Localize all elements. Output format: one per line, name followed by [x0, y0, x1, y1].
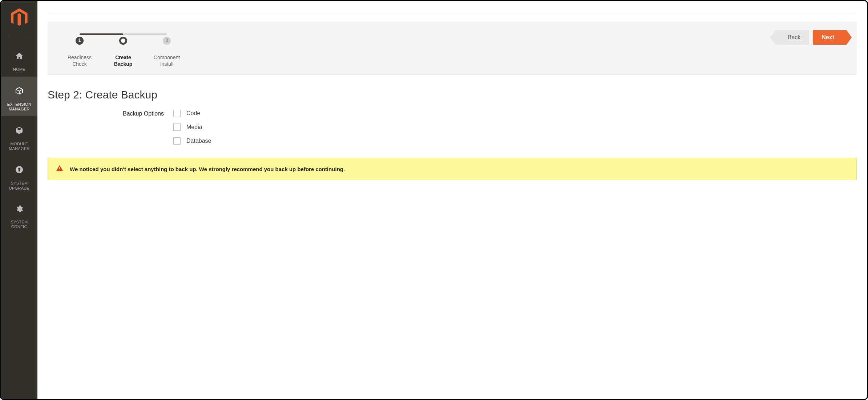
sidebar-item-system-config[interactable]: SYSTEM CONFIG: [1, 195, 37, 234]
database-checkbox[interactable]: [173, 137, 181, 145]
home-icon: [3, 52, 36, 60]
top-divider: [48, 13, 857, 13]
code-checkbox[interactable]: [173, 110, 181, 117]
sidebar-item-system-upgrade[interactable]: SYSTEM UPGRADE: [1, 155, 37, 195]
upgrade-arrow-icon: [3, 165, 36, 174]
checkbox-label[interactable]: Code: [186, 110, 200, 117]
wizard-step-component-install[interactable]: 3 Component Install: [145, 30, 189, 67]
package-icon: [3, 86, 36, 95]
warning-triangle-icon: [56, 165, 63, 173]
next-button[interactable]: Next: [813, 30, 847, 45]
main-content: 1 Readiness Check Create Backup 3 Compon…: [37, 1, 867, 399]
sidebar-item-module-manager[interactable]: MODULE MANAGER: [1, 116, 37, 155]
sidebar-item-label: EXTENSION MANAGER: [7, 102, 31, 111]
warning-alert: We noticed you didn't select anything to…: [48, 158, 857, 180]
sidebar-item-label: SYSTEM UPGRADE: [9, 181, 30, 190]
wizard-progress-bar: 1 Readiness Check Create Backup 3 Compon…: [48, 22, 857, 75]
media-checkbox[interactable]: [173, 124, 181, 131]
wizard-steps: 1 Readiness Check Create Backup 3 Compon…: [58, 30, 189, 67]
page-title: Step 2: Create Backup: [48, 89, 857, 101]
step-number-icon: 1: [76, 37, 84, 45]
backup-options-label: Backup Options: [48, 110, 164, 117]
wizard-nav-buttons: Back Next: [775, 30, 847, 45]
wizard-step-create-backup[interactable]: Create Backup: [101, 30, 145, 67]
step-number-icon: 3: [163, 37, 171, 45]
sidebar-divider: [8, 36, 30, 36]
svg-rect-2: [59, 170, 60, 170]
backup-option-database: Database: [173, 137, 211, 145]
checkbox-label[interactable]: Database: [186, 138, 211, 144]
back-button[interactable]: Back: [775, 30, 810, 45]
wizard-step-readiness-check[interactable]: 1 Readiness Check: [58, 30, 101, 67]
warning-alert-text: We noticed you didn't select anything to…: [70, 166, 345, 172]
sidebar-item-extension-manager[interactable]: EXTENSION MANAGER: [1, 77, 37, 116]
gear-icon: [3, 205, 36, 213]
wizard-step-label: Readiness Check: [68, 54, 92, 67]
sidebar-item-label: HOME: [13, 67, 25, 72]
wizard-step-label: Create Backup: [114, 54, 133, 67]
cube-icon: [3, 126, 36, 135]
progress-track-remaining: [123, 33, 167, 35]
backup-options-section: Backup Options Code Media Database: [48, 110, 857, 145]
wizard-step-label: Component Install: [154, 54, 180, 67]
sidebar-item-label: SYSTEM CONFIG: [11, 220, 28, 229]
magento-logo-icon: [11, 8, 28, 29]
svg-rect-1: [59, 167, 60, 169]
backup-option-media: Media: [173, 124, 211, 131]
checkbox-label[interactable]: Media: [186, 124, 202, 130]
backup-options-list: Code Media Database: [173, 110, 211, 145]
progress-track-done: [80, 33, 123, 35]
step-current-icon: [119, 37, 127, 45]
sidebar: HOME EXTENSION MANAGER MODULE MANAGER SY…: [1, 1, 37, 399]
backup-option-code: Code: [173, 110, 211, 117]
sidebar-item-label: MODULE MANAGER: [9, 142, 30, 151]
sidebar-item-home[interactable]: HOME: [1, 42, 37, 77]
